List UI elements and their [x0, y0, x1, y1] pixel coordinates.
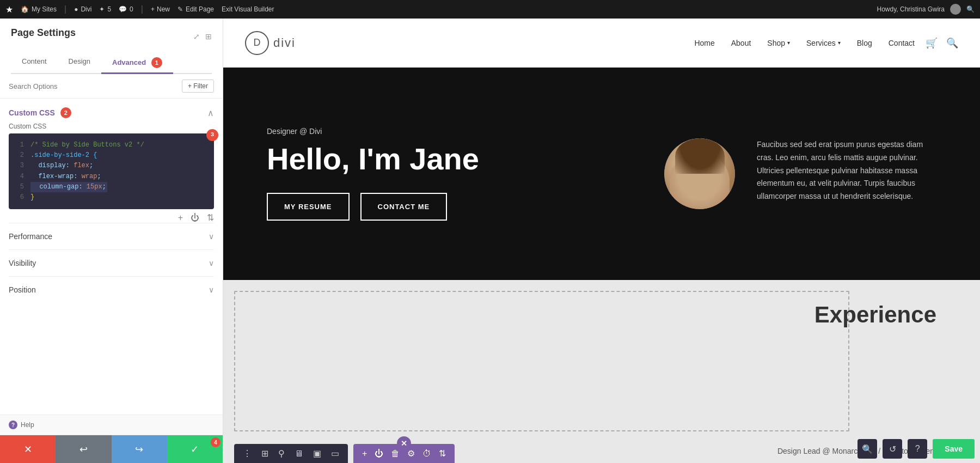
filter-button[interactable]: + Filter [182, 80, 214, 93]
left-panel: Page Settings ⤢ ⊞ Content Design Advance… [0, 19, 223, 463]
new-button[interactable]: + New [151, 5, 170, 13]
nav-services[interactable]: Services [806, 39, 841, 47]
code-line-1: 1 /* Side by Side Buttons v2 */ [15, 140, 207, 150]
site-logo: D divi [245, 31, 296, 55]
element-outline [234, 291, 849, 431]
divider-2: | [141, 4, 143, 14]
custom-css-header: Custom CSS 2 ∧ [9, 107, 214, 118]
site-nav-links: Home About Shop Services Blog Contact [694, 39, 915, 47]
floating-toolbar-container: ⋮ ⊞ ⚲ 🖥 ▣ ▭ ✕ + ⏻ 🗑 ⚙ ⏱ ⇅ 🔍 [223, 444, 980, 463]
undo-button[interactable]: ↩ [56, 435, 111, 463]
site-nav: D divi Home About Shop Services Blog Con… [223, 19, 980, 68]
logo-circle: D [245, 31, 269, 55]
performance-header[interactable]: Performance ∨ [9, 232, 214, 241]
divider-1: | [64, 4, 66, 14]
help-icon: ? [9, 421, 17, 429]
nav-icons: 🛒 🔍 [926, 37, 958, 49]
section-add-icon[interactable]: + [362, 449, 367, 459]
css-editor[interactable]: 3 1 /* Side by Side Buttons v2 */ 2 .sid… [9, 133, 214, 209]
nav-search-icon[interactable]: 🔍 [946, 37, 958, 49]
home-icon: 🏠 [21, 5, 29, 13]
help-label[interactable]: Help [21, 421, 34, 429]
performance-title: Performance [9, 232, 52, 241]
tab-advanced[interactable]: Advanced 1 [101, 53, 173, 74]
expand-icon[interactable]: ⤢ [193, 32, 200, 41]
code-line-4: 4 flex-wrap: wrap; [15, 172, 207, 182]
exit-builder-link[interactable]: Exit Visual Builder [222, 5, 274, 13]
power-css-icon[interactable]: ⏻ [191, 213, 199, 223]
element-tablet-icon[interactable]: ▣ [313, 448, 321, 459]
sort-css-icon[interactable]: ⇅ [207, 212, 214, 223]
nav-contact[interactable]: Contact [889, 39, 915, 47]
search-input[interactable] [9, 82, 177, 90]
plus-icon: + [151, 5, 155, 13]
element-menu-icon[interactable]: ⋮ [243, 448, 252, 459]
main-layout: Page Settings ⤢ ⊞ Content Design Advance… [0, 19, 980, 463]
custom-css-toggle[interactable]: ∧ [207, 108, 214, 118]
section-toolbar: ✕ + ⏻ 🗑 ⚙ ⏱ ⇅ [353, 444, 455, 463]
confirm-button[interactable]: ✓ 4 [167, 435, 223, 463]
admin-bar-right: Howdy, Christina Gwira 🔍 [877, 4, 975, 15]
nav-blog[interactable]: Blog [857, 39, 872, 47]
position-chevron: ∨ [209, 285, 214, 294]
nav-home[interactable]: Home [694, 39, 714, 47]
save-button[interactable]: Save [933, 439, 975, 459]
section-close-button[interactable]: ✕ [397, 436, 411, 450]
css-label: Custom CSS [9, 123, 214, 130]
gray-section: Experience Design Lead @ Monarch Inc. / … [223, 280, 980, 463]
section-delete-icon[interactable]: 🗑 [391, 449, 400, 459]
comments-link[interactable]: 💬 0 [119, 5, 133, 13]
section-history-icon[interactable]: ⏱ [422, 449, 431, 459]
my-sites-link[interactable]: 🏠 My Sites [21, 5, 57, 13]
section-power-icon[interactable]: ⏻ [375, 449, 383, 459]
karma-icon: ✦ [99, 5, 105, 13]
custom-css-title: Custom CSS 2 [9, 107, 71, 118]
element-layout-icon[interactable]: ⊞ [261, 448, 268, 459]
nav-shop[interactable]: Shop [767, 39, 790, 47]
element-toolbar: ⋮ ⊞ ⚲ 🖥 ▣ ▭ [234, 444, 348, 463]
redo-button[interactable]: ↪ [112, 435, 167, 463]
element-search-icon[interactable]: ⚲ [278, 448, 285, 459]
section-sort-icon[interactable]: ⇅ [439, 448, 446, 459]
code-line-3: 3 display: flex; [15, 161, 207, 171]
visibility-header[interactable]: Visibility ∨ [9, 259, 214, 267]
visibility-chevron: ∨ [209, 259, 214, 267]
tab-content[interactable]: Content [11, 53, 58, 74]
wordpress-icon[interactable]: ★ [5, 4, 13, 15]
position-header[interactable]: Position ∨ [9, 285, 214, 294]
cancel-button[interactable]: ✕ [0, 435, 56, 463]
panel-search: + Filter [0, 74, 223, 99]
rt-search-icon[interactable]: 🔍 [857, 439, 877, 459]
logo-d: D [254, 37, 261, 48]
element-monitor-icon[interactable]: 🖥 [295, 449, 303, 459]
contact-button[interactable]: CONTACT ME [360, 193, 448, 221]
nav-about[interactable]: About [731, 39, 751, 47]
css-editor-badge: 3 [206, 129, 218, 141]
layout-icon[interactable]: ⊞ [205, 32, 212, 41]
code-line-5: 5 column-gap: 15px; [15, 182, 207, 192]
hero-subtitle: Designer @ Divi [267, 127, 664, 136]
cart-icon[interactable]: 🛒 [926, 37, 938, 49]
resume-button[interactable]: MY RESUME [267, 193, 350, 221]
edit-page-link[interactable]: ✎ Edit Page [177, 5, 214, 13]
hero-right: Faucibus sed sed erat ipsum purus egesta… [664, 138, 936, 209]
css-toolbar: + ⏻ ⇅ [9, 209, 214, 223]
visibility-section: Visibility ∨ [9, 249, 214, 276]
hero-left: Designer @ Divi Hello, I'm Jane MY RESUM… [267, 127, 664, 221]
karma-link[interactable]: ✦ 5 [99, 5, 111, 13]
add-css-icon[interactable]: + [178, 213, 183, 223]
rt-help-icon[interactable]: ? [908, 439, 927, 459]
hero-section: Designer @ Divi Hello, I'm Jane MY RESUM… [223, 68, 980, 280]
divi-link[interactable]: ● Divi [74, 5, 91, 13]
element-phone-icon[interactable]: ▭ [331, 448, 339, 459]
position-title: Position [9, 285, 36, 294]
hero-avatar [664, 138, 735, 209]
hero-description: Faucibus sed sed erat ipsum purus egesta… [757, 138, 936, 203]
code-line-2: 2 .side-by-side-2 { [15, 150, 207, 161]
tab-design[interactable]: Design [58, 53, 101, 74]
panel-title: Page Settings [11, 27, 76, 39]
rt-history-icon[interactable]: ↺ [883, 439, 902, 459]
search-icon[interactable]: 🔍 [966, 5, 975, 13]
section-settings-icon[interactable]: ⚙ [407, 448, 415, 459]
position-section: Position ∨ [9, 276, 214, 303]
